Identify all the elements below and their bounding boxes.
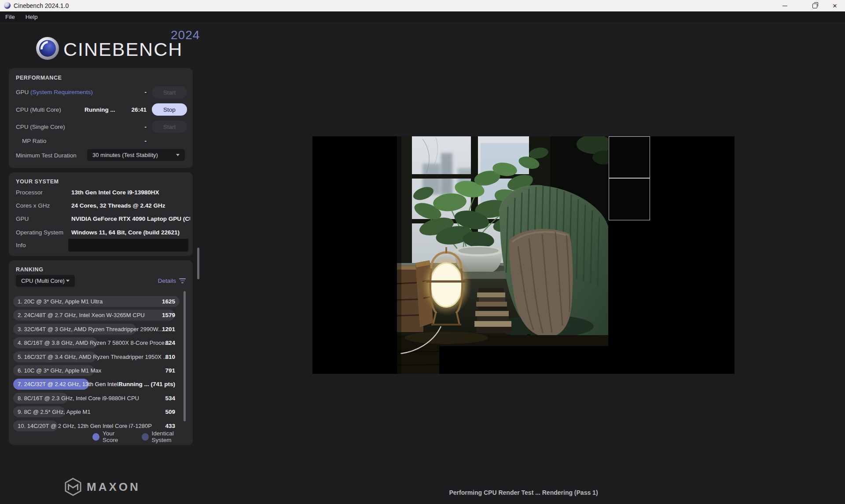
- ranking-row[interactable]: 4. 8C/16T @ 3.8 GHz, AMD Ryzen 7 5800X 8…: [13, 337, 180, 348]
- cpu-multi-time: 26:41: [111, 106, 147, 113]
- cores-label: Cores x GHz: [16, 202, 50, 209]
- cpu-multi-status: Running ...: [84, 106, 115, 113]
- ranking-row[interactable]: 6. 10C @ 3* GHz, Apple M1 Max791: [13, 365, 180, 376]
- cpu-single-label: CPU (Single Core): [16, 124, 65, 130]
- processor-value: 13th Gen Intel Core i9-13980HX: [71, 189, 159, 196]
- your-score-label: Your Score: [103, 430, 130, 443]
- render-preview-image: [397, 136, 608, 374]
- gpu-start-button[interactable]: Start: [152, 86, 187, 99]
- maxon-hexagon-icon: [65, 478, 81, 496]
- render-viewport: [312, 136, 735, 374]
- ranking-filter-dropdown[interactable]: CPU (Multi Core): [16, 275, 75, 287]
- menu-file[interactable]: File: [0, 11, 20, 22]
- ranking-row[interactable]: 2. 24C/48T @ 2.7 GHz, Intel Xeon W-3265M…: [13, 310, 180, 321]
- render-bucket-tile: [609, 136, 650, 178]
- your-score-dot: [92, 433, 99, 441]
- ranking-header: RANKING: [16, 267, 44, 273]
- min-duration-value: 30 minutes (Test Stability): [92, 152, 158, 158]
- ranking-row-your-system[interactable]: 7. 24C/32T @ 2.42 GHz, 13th Gen Intel...…: [13, 379, 180, 390]
- menu-bar: File Help: [0, 11, 845, 22]
- cpu-single-value: -: [111, 124, 147, 130]
- gpu-value: NVIDIA GeForce RTX 4090 Laptop GPU (CU..…: [71, 215, 190, 222]
- chevron-down-icon: [176, 154, 180, 156]
- ranking-row[interactable]: 10. 14C/20T @ 2 GHz, 12th Gen Intel Core…: [13, 420, 180, 431]
- processor-label: Processor: [16, 189, 43, 196]
- title-bar: Cinebench 2024.1.0: [0, 0, 845, 11]
- os-value: Windows 11, 64 Bit, Core (build 22621): [71, 229, 180, 236]
- os-label: Operating System: [16, 229, 63, 236]
- close-icon: ✕: [833, 3, 838, 9]
- ranking-panel: RANKING CPU (Multi Core) Details 1. 20C …: [9, 260, 193, 445]
- identical-system-label: Identical System: [152, 430, 193, 443]
- cpu-multi-label: CPU (Multi Core): [16, 106, 61, 113]
- mp-ratio-label: MP Ratio: [22, 138, 46, 144]
- render-bucket-tile: [609, 178, 650, 220]
- performance-header: PERFORMANCE: [16, 75, 62, 81]
- cpu-multi-stop-button[interactable]: Stop: [152, 103, 187, 116]
- cores-value: 24 Cores, 32 Threads @ 2.42 GHz: [71, 202, 165, 209]
- ranking-row[interactable]: 9. 8C @ 2.5* GHz, Apple M1509: [13, 406, 180, 417]
- minimize-icon: [783, 6, 787, 6]
- minimize-button[interactable]: [775, 0, 795, 11]
- chevron-down-icon: [66, 280, 70, 282]
- ranking-filter-value: CPU (Multi Core): [21, 278, 65, 284]
- ranking-legend: Your Score Identical System: [92, 430, 193, 443]
- your-system-panel: YOUR SYSTEM Processor 13th Gen Intel Cor…: [9, 172, 193, 256]
- min-duration-label: Minimum Test Duration: [16, 152, 77, 159]
- filter-icon: [179, 278, 186, 283]
- identical-system-dot: [142, 433, 149, 441]
- cpu-single-start-button[interactable]: Start: [152, 121, 187, 133]
- performance-panel: PERFORMANCE GPU (System Requirements) - …: [9, 68, 193, 168]
- cinebench-wordmark: CINEBENCH: [63, 39, 183, 60]
- cinebench-logo-icon: [36, 37, 59, 60]
- mp-ratio-value: -: [111, 138, 147, 144]
- maxon-logo: MAXON: [65, 478, 140, 496]
- ranking-row[interactable]: 8. 8C/16T @ 2.3 GHz, Intel Core i9-9880H…: [13, 393, 180, 404]
- gpu-label: GPU: [16, 215, 29, 222]
- window-title: Cinebench 2024.1.0: [14, 2, 69, 9]
- system-requirements-link[interactable]: (System Requirements): [30, 89, 93, 95]
- menu-help[interactable]: Help: [20, 11, 43, 22]
- info-label: Info: [16, 242, 26, 248]
- gpu-score-value: -: [111, 89, 147, 95]
- restore-icon: [812, 4, 817, 8]
- maxon-wordmark: MAXON: [87, 480, 140, 494]
- close-button[interactable]: ✕: [825, 0, 845, 11]
- ranking-row[interactable]: 1. 20C @ 3* GHz, Apple M1 Ultra1625: [13, 296, 180, 307]
- info-input[interactable]: [68, 239, 188, 252]
- ranking-scrollbar[interactable]: [184, 291, 186, 421]
- restore-button[interactable]: [805, 0, 825, 11]
- app-icon: [4, 2, 11, 9]
- ranking-row[interactable]: 3. 32C/64T @ 3 GHz, AMD Ryzen Threadripp…: [13, 324, 180, 335]
- gpu-test-label: GPU (System Requirements): [16, 89, 93, 95]
- ranking-row[interactable]: 5. 16C/32T @ 3.4 GHz, AMD Ryzen Threadri…: [13, 351, 180, 362]
- your-system-header: YOUR SYSTEM: [16, 179, 59, 185]
- cinebench-year: 2024: [171, 28, 200, 42]
- left-column-scrollbar[interactable]: [197, 248, 199, 279]
- ranking-list: 1. 20C @ 3* GHz, Apple M1 Ultra1625 2. 2…: [13, 296, 180, 431]
- details-link[interactable]: Details: [158, 275, 186, 287]
- min-duration-dropdown[interactable]: 30 minutes (Test Stability): [87, 149, 185, 161]
- render-status-text: Performing CPU Render Test ... Rendering…: [312, 489, 735, 496]
